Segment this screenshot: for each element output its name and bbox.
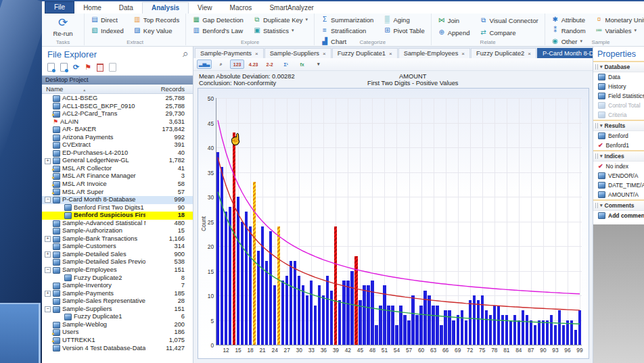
properties-item[interactable]: History bbox=[593, 82, 644, 91]
tree-row[interactable]: Fuzzy Duplicate16 bbox=[42, 313, 193, 321]
chart-bar[interactable] bbox=[574, 330, 577, 345]
new-table-icon[interactable] bbox=[47, 63, 55, 72]
chart-bar[interactable] bbox=[407, 320, 410, 345]
document-tab[interactable]: Fuzzy Duplicate2× bbox=[471, 48, 536, 58]
chart-bar[interactable] bbox=[346, 281, 349, 345]
chart-bar[interactable] bbox=[423, 291, 426, 345]
chart-bar[interactable] bbox=[391, 306, 394, 345]
chart-bar[interactable] bbox=[562, 325, 565, 345]
properties-section-header[interactable]: ▾Database bbox=[593, 61, 644, 72]
tab-close-icon[interactable]: × bbox=[255, 51, 258, 57]
indexed-button[interactable]: ▧Indexed bbox=[89, 26, 125, 35]
values-button[interactable]: 4.23 bbox=[246, 59, 260, 69]
tree-row[interactable]: ED-Purchases-L4-201040 bbox=[42, 149, 193, 158]
chart-bar[interactable] bbox=[554, 325, 557, 345]
visual-connector-button[interactable]: ⧉Visual Connector bbox=[478, 16, 539, 25]
tree-row[interactable]: AR- BAKER173,842 bbox=[42, 126, 193, 134]
tree-row[interactable]: +Sample-Bank Transactions1,166 bbox=[42, 235, 193, 243]
chart-bar[interactable] bbox=[505, 315, 508, 345]
chart-bar[interactable] bbox=[216, 152, 219, 345]
stratification-button[interactable]: ≡Stratification bbox=[319, 26, 375, 35]
tree-row[interactable]: MSL AR Super57 bbox=[42, 189, 193, 197]
zoom-button[interactable]: ⌕ bbox=[214, 59, 228, 69]
chart-bar[interactable] bbox=[428, 295, 430, 345]
chart-bar[interactable] bbox=[550, 315, 553, 345]
properties-item[interactable]: VENDOR/A bbox=[593, 171, 644, 180]
tree-row[interactable]: Sample-Authorization15 bbox=[42, 227, 193, 235]
tab-close-icon[interactable]: × bbox=[323, 51, 326, 57]
chart-bar[interactable] bbox=[261, 226, 264, 345]
chart-bar[interactable] bbox=[326, 276, 329, 345]
tree-row[interactable]: +Sample-Payments185 bbox=[42, 290, 193, 298]
chart-bar[interactable] bbox=[350, 271, 353, 345]
refresh-icon[interactable]: ⟳ bbox=[73, 64, 79, 71]
chart-bar[interactable] bbox=[314, 306, 317, 345]
tree-row[interactable]: Arizona Payments992 bbox=[42, 134, 193, 142]
document-tab[interactable]: Sample-Employees× bbox=[398, 48, 470, 58]
properties-item[interactable]: ✔No index bbox=[593, 162, 644, 171]
chart-bar[interactable] bbox=[330, 291, 333, 345]
properties-item[interactable]: Add comment bbox=[593, 211, 644, 220]
count-button[interactable]: 123 bbox=[230, 59, 244, 69]
sum-button[interactable]: Σ¹ bbox=[279, 59, 293, 69]
chart-bar[interactable] bbox=[485, 310, 488, 345]
ribbon-tab-file[interactable]: File bbox=[45, 1, 74, 14]
chart-bar[interactable] bbox=[501, 315, 504, 345]
chart-bar[interactable] bbox=[359, 300, 361, 345]
tab-close-icon[interactable]: × bbox=[389, 51, 392, 57]
chart-bar[interactable] bbox=[534, 325, 536, 345]
tree-row[interactable]: Sample-Advanced Statistical Methods480 bbox=[42, 220, 193, 228]
tree-row[interactable]: Benford Suspicious First Two Digit...18 bbox=[42, 212, 193, 220]
tree-row[interactable]: Sample-Sales Representatives28 bbox=[42, 297, 193, 306]
rerun-button[interactable]: ⟳ Re-run bbox=[47, 15, 79, 38]
ribbon-tab-smartanalyzer[interactable]: SmartAnalyzer bbox=[260, 3, 323, 14]
chart-bar[interactable] bbox=[542, 320, 545, 345]
chart-bar[interactable] bbox=[310, 281, 313, 345]
tree-row[interactable]: Benford First Two Digits190 bbox=[42, 204, 193, 212]
tree-row[interactable]: Sample-Inventory7 bbox=[42, 282, 193, 290]
tree-row[interactable]: −Sample-Employees151 bbox=[42, 266, 193, 274]
chart-bar[interactable] bbox=[245, 212, 248, 345]
tab-close-icon[interactable]: × bbox=[461, 51, 465, 57]
chart-bar[interactable] bbox=[448, 310, 451, 345]
chart-bar[interactable] bbox=[273, 285, 276, 345]
chart-bar[interactable] bbox=[473, 295, 476, 345]
benford-chart[interactable]: 0510152025303540455012151821242730333639… bbox=[198, 88, 589, 359]
range-button[interactable]: 2-2 bbox=[262, 59, 277, 69]
chart-bar[interactable] bbox=[509, 320, 512, 345]
chart-bar[interactable] bbox=[452, 320, 455, 345]
chart-bar[interactable] bbox=[493, 306, 496, 345]
chart-bar-flagged-high[interactable] bbox=[233, 132, 235, 345]
chart-bar[interactable] bbox=[419, 306, 422, 345]
tree-row[interactable]: +General LedgerNew-GL1,782 bbox=[42, 157, 193, 165]
chart-bar[interactable] bbox=[294, 261, 296, 345]
ribbon-tab-view[interactable]: View bbox=[189, 3, 221, 14]
attribute-button[interactable]: ✱Attribute bbox=[550, 15, 587, 24]
chart-bar-flagged-high[interactable] bbox=[334, 226, 337, 345]
chart-bar[interactable] bbox=[221, 167, 223, 345]
duplicate-key-button[interactable]: ⧉Duplicate Key▾ bbox=[252, 15, 309, 24]
chart-bar[interactable] bbox=[302, 285, 304, 345]
chart-bar[interactable] bbox=[249, 226, 252, 345]
tree-row[interactable]: +Sample-Detailed Sales900 bbox=[42, 251, 193, 259]
chart-bar[interactable] bbox=[538, 320, 540, 345]
view-table-icon[interactable] bbox=[60, 63, 68, 72]
benfords-law-button[interactable]: ▥Benford's Law bbox=[191, 26, 245, 35]
chart-bar[interactable] bbox=[440, 325, 442, 345]
compare-button[interactable]: ⇄Compare bbox=[478, 28, 539, 37]
tree-row[interactable]: MSL AR Finance Manager3 bbox=[42, 172, 193, 180]
tree-row[interactable]: ACL1-BSEG_BKPF_091025,788 bbox=[42, 103, 193, 111]
chart-bar[interactable] bbox=[558, 310, 561, 345]
formula-button[interactable]: fx bbox=[295, 59, 309, 69]
chart-bar[interactable] bbox=[306, 295, 308, 345]
properties-item[interactable]: Data bbox=[593, 72, 644, 82]
chart-bar[interactable] bbox=[578, 310, 581, 345]
tree-row[interactable]: MSL AR Invoice58 bbox=[42, 180, 193, 189]
chart-bar[interactable] bbox=[461, 310, 463, 345]
chart-bar[interactable] bbox=[518, 320, 520, 345]
chart-type-button[interactable]: ▂▅▃ bbox=[197, 59, 212, 69]
tree-row[interactable]: ACL2-PCard_Trans29,730 bbox=[42, 110, 193, 118]
chart-bar[interactable] bbox=[570, 320, 573, 345]
chart-bar[interactable] bbox=[322, 295, 325, 345]
chart-bar[interactable] bbox=[281, 281, 284, 345]
